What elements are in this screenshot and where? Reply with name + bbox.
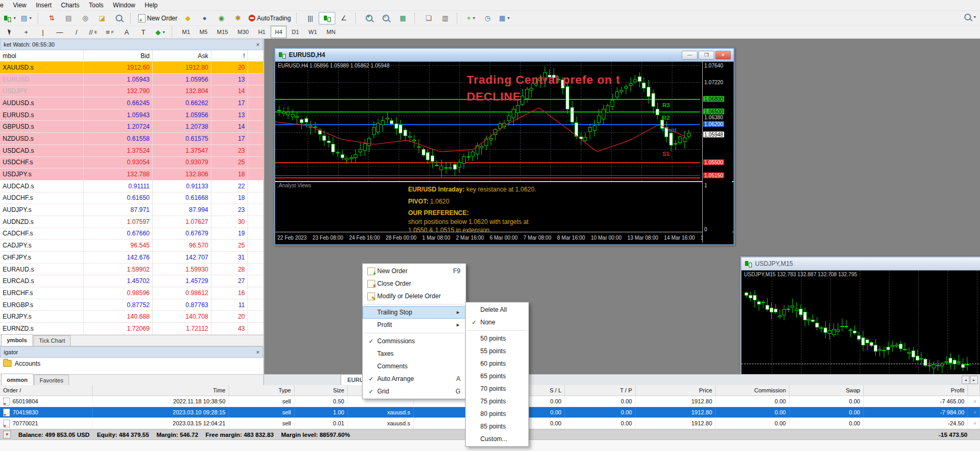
minimize-button[interactable]: — <box>682 51 697 60</box>
context-menu-item-trailingstop[interactable]: Trailing Stop► <box>363 306 466 319</box>
restore-button[interactable]: ❒ <box>699 51 714 60</box>
candlestick-chart-icon[interactable] <box>319 12 335 25</box>
timeframe-mn[interactable]: MN <box>322 26 340 38</box>
timeframe-m1[interactable]: M1 <box>178 26 194 38</box>
chart-shift-icon[interactable]: +▾ <box>463 12 479 25</box>
new-order-button[interactable]: +New Order <box>136 12 179 25</box>
trailing-submenu-item-60points[interactable]: 60 points <box>466 357 528 370</box>
menu-item-charts[interactable]: Charts <box>57 1 84 10</box>
cascade-windows-icon[interactable]: ❏ <box>420 12 437 25</box>
timeframe-m30[interactable]: M30 <box>233 26 253 38</box>
close-position-button[interactable]: × <box>968 396 980 407</box>
period-icon[interactable]: ◷ <box>479 12 496 25</box>
market-watch-row[interactable]: GBPUSD.s1.207241.2073814 <box>0 121 263 133</box>
market-watch-row[interactable]: AUDUSD.s0.662450.6626217 <box>0 97 263 109</box>
metaeditor-icon[interactable]: ◆ <box>179 12 196 25</box>
context-menu-item-autoarrange[interactable]: ✓Auto ArrangeA <box>363 373 466 385</box>
strategy-tester-icon[interactable] <box>110 12 127 25</box>
timeframe-m15[interactable]: M15 <box>213 26 232 38</box>
tile-windows-icon[interactable]: ▦ <box>395 12 411 25</box>
market-watch-row[interactable]: CADCHF.s0.676600.6767919 <box>0 228 263 240</box>
arrows-icon[interactable]: ◆▾ <box>152 26 168 38</box>
context-menu-item-closeorder[interactable]: ×Close Order <box>363 277 466 290</box>
channel-icon[interactable]: //E <box>85 26 102 38</box>
market-watch-col-2[interactable]: Ask <box>153 50 211 61</box>
usdjpy-chart-area[interactable]: USDJPY,M15 132.783 132.887 132.708 132.7… <box>741 270 980 384</box>
orders-col-6[interactable]: T / P <box>565 385 636 396</box>
timeframe-h1[interactable]: H1 <box>254 26 269 38</box>
close-icon[interactable]: × <box>256 349 260 355</box>
text-label-icon[interactable]: T <box>135 26 152 38</box>
market-watch-row[interactable]: CHFJPY.s142.676142.70731 <box>0 252 263 264</box>
market-watch-tab-tickchart[interactable]: Tick Chart <box>33 335 71 346</box>
vertical-line-icon[interactable]: | <box>35 26 51 38</box>
timeframe-h4[interactable]: H4 <box>271 26 286 38</box>
close-position-button[interactable]: × <box>968 407 980 418</box>
line-chart-icon[interactable]: ∠ <box>335 12 352 25</box>
market-watch-row[interactable]: EURNZD.s1.720691.7211243 <box>0 323 263 335</box>
market-watch-row[interactable]: EURJPY.s140.688140.70820 <box>0 311 263 323</box>
market-watch-row[interactable]: EURCAD.s1.457021.4572927 <box>0 275 263 287</box>
close-icon[interactable]: × <box>256 41 260 48</box>
scroll-right-icon[interactable]: ► <box>970 376 978 384</box>
orders-col-0[interactable]: Order / <box>0 385 93 396</box>
orders-col-1[interactable]: Time <box>93 385 229 396</box>
chart-window-eurusd[interactable]: EURUSD,H4 — ❒ × EURUSD,H4 1.05896 1.0598… <box>274 48 735 245</box>
menu-item-e[interactable]: e <box>0 1 8 10</box>
orders-col-10[interactable]: Profit <box>864 385 968 396</box>
navigator-icon[interactable]: ◎ <box>77 12 94 25</box>
trailing-submenu-item-80points[interactable]: 80 points <box>466 408 528 420</box>
close-button[interactable]: × <box>715 51 731 60</box>
market-watch-row[interactable]: EURGBP.s0.877520.8776311 <box>0 299 263 311</box>
trailing-submenu-item-custom[interactable]: Custom... <box>466 433 528 445</box>
eurusd-titlebar[interactable]: EURUSD,H4 — ❒ × <box>275 49 734 62</box>
orders-col-11[interactable] <box>968 385 980 396</box>
zoom-out-icon[interactable]: – <box>378 12 395 25</box>
orders-col-3[interactable]: Size <box>295 385 348 396</box>
market-watch-row[interactable]: EURAUD.s1.599021.5993028 <box>0 264 263 276</box>
market-watch-row[interactable]: NZDUSD.s0.615580.6157517 <box>0 133 263 145</box>
text-icon[interactable]: A <box>118 26 135 38</box>
context-menu-item-taxes[interactable]: Taxes <box>363 347 466 360</box>
menu-item-insert[interactable]: Insert <box>31 1 56 10</box>
market-watch-row[interactable]: USDJPY132.790132.80414 <box>0 85 263 97</box>
context-menu-item-commissions[interactable]: ✓Commissions <box>363 335 466 347</box>
trailing-submenu-item-85points[interactable]: 85 points <box>466 420 528 433</box>
menu-item-window[interactable]: Window <box>108 1 140 10</box>
trailing-submenu-item-deleteall[interactable]: Delete All <box>466 303 528 316</box>
trailing-submenu-item-70points[interactable]: 70 points <box>466 382 528 395</box>
market-watch-row[interactable]: USDJPY.s132.788132.80618 <box>0 168 263 181</box>
market-watch-row[interactable]: EURUSD.s1.059431.0595613 <box>0 109 263 121</box>
orders-col-8[interactable]: Commission <box>716 385 790 396</box>
context-menu-item-grid[interactable]: ✓GridG <box>363 385 466 398</box>
market-watch-col-1[interactable]: Bid <box>84 50 153 61</box>
context-menu-item-modifyordeleteorder[interactable]: ✎Modify or Delete Order <box>363 290 466 302</box>
navigator-item-accounts[interactable]: Accounts <box>3 360 260 367</box>
scroll-left-icon[interactable]: ◄ <box>962 376 970 384</box>
autotrading-button[interactable]: AutoTrading <box>246 12 293 25</box>
orders-col-9[interactable]: Swap <box>790 385 864 396</box>
menu-item-help[interactable]: Help <box>140 1 163 10</box>
horizontal-line-icon[interactable]: — <box>51 26 68 38</box>
timeframe-w1[interactable]: W1 <box>305 26 322 38</box>
price-axis[interactable]: 1.076401.072201.063801.068001.065001.062… <box>702 62 732 243</box>
trailing-submenu-item-65points[interactable]: 65 points <box>466 370 528 382</box>
cursor-icon[interactable] <box>1 26 18 38</box>
menu-item-tools[interactable]: Tools <box>84 1 108 10</box>
trailing-submenu-item-50points[interactable]: 50 points <box>466 332 528 345</box>
market-watch-row[interactable]: AUDCAD.s0.911110.9113322 <box>0 181 263 193</box>
experts-icon[interactable]: ✱ <box>230 12 246 25</box>
chart-window-usdjpy[interactable]: USDJPY,M15 USDJPY,M15 132.783 132.887 13… <box>740 256 980 386</box>
profiles-icon[interactable]: ▤▾ <box>18 12 35 25</box>
close-position-button[interactable]: × <box>968 418 980 429</box>
market-watch-row[interactable]: EURCHF.s0.985960.9861216 <box>0 287 263 299</box>
eurusd-chart-area[interactable]: EURUSD,H4 1.05896 1.05989 1.05862 1.0594… <box>275 62 734 243</box>
menu-item-view[interactable]: View <box>8 1 31 10</box>
trailing-submenu-item-55points[interactable]: 55 points <box>466 345 528 357</box>
market-watch-tab-ymbols[interactable]: ymbols <box>1 334 33 346</box>
orders-col-2[interactable]: Type <box>229 385 295 396</box>
navig-tab-favorites[interactable]: Favorites <box>34 375 69 385</box>
terminal-icon[interactable]: ◪ <box>94 12 110 25</box>
market-watch-row[interactable]: AUDNZD.s1.075971.0762730 <box>0 216 263 228</box>
community-icon[interactable]: ● <box>196 12 213 25</box>
